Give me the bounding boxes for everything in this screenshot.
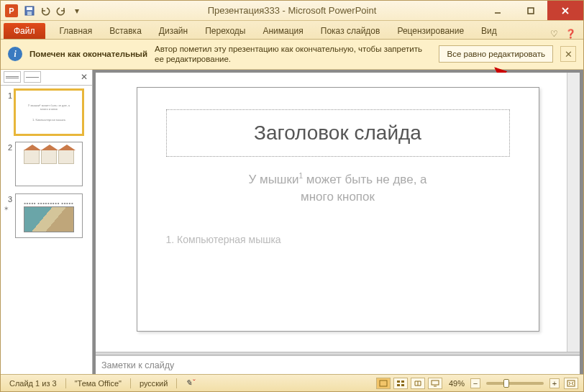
tab-view[interactable]: Вид: [473, 23, 506, 39]
svg-rect-11: [397, 384, 400, 386]
tab-review[interactable]: Рецензирование: [388, 23, 473, 39]
slide-footnote: 1. Компьютерная мышка: [166, 234, 510, 245]
notes-pane[interactable]: Заметки к слайду: [96, 355, 580, 374]
svg-rect-8: [380, 380, 387, 386]
marked-final-infobar: i Помечен как окончательный Автор помети…: [1, 40, 583, 70]
thumb-number: 2: [4, 142, 12, 152]
file-tab[interactable]: Файл: [4, 23, 45, 39]
slide: Заголовок слайда У мышки1 может быть не …: [137, 87, 539, 332]
tab-transitions[interactable]: Переходы: [196, 23, 254, 39]
slides-panel: ✕ 1 У мышки¹ может быть не две, амного к…: [1, 70, 93, 374]
slide-thumb-3[interactable]: 3 ✶ ■■■■■ ■■■■■■■■■ ■■■■■: [4, 193, 89, 238]
close-button[interactable]: [547, 1, 583, 20]
title-bar: P ▾ Презентация333 - Microsoft PowerPoin…: [1, 1, 583, 21]
slide-thumb-1[interactable]: 1 У мышки¹ может быть не две, амного кно…: [4, 90, 89, 135]
qat-dropdown-icon[interactable]: ▾: [71, 5, 83, 17]
slide-counter[interactable]: Слайд 1 из 3: [5, 379, 61, 388]
reading-view-button[interactable]: [411, 378, 425, 389]
thumb-number: 3: [4, 193, 12, 204]
svg-rect-4: [528, 8, 534, 14]
thumbnails-tab[interactable]: [4, 71, 21, 83]
theme-name[interactable]: "Тема Office": [70, 379, 126, 388]
tab-home[interactable]: Главная: [51, 23, 101, 39]
undo-icon[interactable]: [40, 5, 51, 17]
spellcheck-icon[interactable]: ✎ˇ: [181, 378, 199, 388]
slideshow-view-button[interactable]: [428, 378, 442, 389]
svg-rect-10: [401, 380, 404, 383]
animation-star-icon: ✶: [4, 205, 12, 212]
outline-tab[interactable]: [24, 71, 41, 83]
slide-canvas[interactable]: Заголовок слайда У мышки1 может быть не …: [96, 73, 580, 352]
zoom-slider[interactable]: [486, 382, 544, 385]
svg-rect-2: [27, 12, 32, 15]
normal-view-button[interactable]: [376, 378, 391, 389]
tab-animation[interactable]: Анимация: [254, 23, 311, 39]
zoom-in-button[interactable]: +: [549, 378, 560, 388]
redo-icon[interactable]: [55, 5, 67, 17]
svg-rect-13: [432, 380, 439, 385]
help-icon[interactable]: ❓: [565, 29, 576, 39]
tab-design[interactable]: Дизайн: [150, 23, 196, 39]
right-border: [580, 70, 583, 374]
save-icon[interactable]: [24, 5, 35, 17]
fit-to-window-button[interactable]: [564, 378, 578, 389]
thumb-number: 1: [4, 90, 12, 100]
ribbon-collapse-icon[interactable]: ♡: [550, 29, 558, 39]
status-bar: Слайд 1 из 3 "Тема Office" русский ✎ˇ 49…: [1, 374, 583, 391]
svg-rect-1: [27, 7, 32, 10]
svg-rect-14: [567, 380, 575, 386]
editor-area: Заголовок слайда У мышки1 может быть не …: [93, 70, 580, 374]
language[interactable]: русский: [135, 379, 172, 388]
panel-close-button[interactable]: ✕: [79, 72, 89, 82]
zoom-level[interactable]: 49%: [444, 379, 469, 388]
infobar-title: Помечен как окончательный: [29, 50, 147, 58]
infobar-text: Автор пометил эту презентацию как оконча…: [155, 44, 432, 65]
slide-subtitle[interactable]: У мышки1 может быть не две, а много кноп…: [166, 171, 510, 206]
ribbon-tabs: Файл Главная Вставка Дизайн Переходы Ани…: [1, 21, 583, 40]
tab-insert[interactable]: Вставка: [101, 23, 150, 39]
tab-slideshow[interactable]: Показ слайдов: [312, 23, 389, 39]
maximize-button[interactable]: [514, 1, 547, 20]
zoom-out-button[interactable]: −: [470, 378, 480, 388]
workspace: 1 ✕ 1 У мышки¹ может быть не две, амного…: [1, 70, 583, 374]
app-icon: P: [5, 4, 18, 17]
infobar-close-button[interactable]: ✕: [560, 46, 576, 62]
svg-rect-12: [401, 384, 404, 386]
slide-title-placeholder[interactable]: Заголовок слайда: [166, 109, 510, 157]
edit-anyway-button[interactable]: Все равно редактировать: [439, 45, 553, 63]
sorter-view-button[interactable]: [393, 378, 408, 389]
info-icon: i: [8, 47, 22, 61]
minimize-button[interactable]: [481, 1, 514, 20]
slide-thumb-2[interactable]: 2: [4, 142, 89, 186]
svg-rect-9: [397, 380, 400, 383]
